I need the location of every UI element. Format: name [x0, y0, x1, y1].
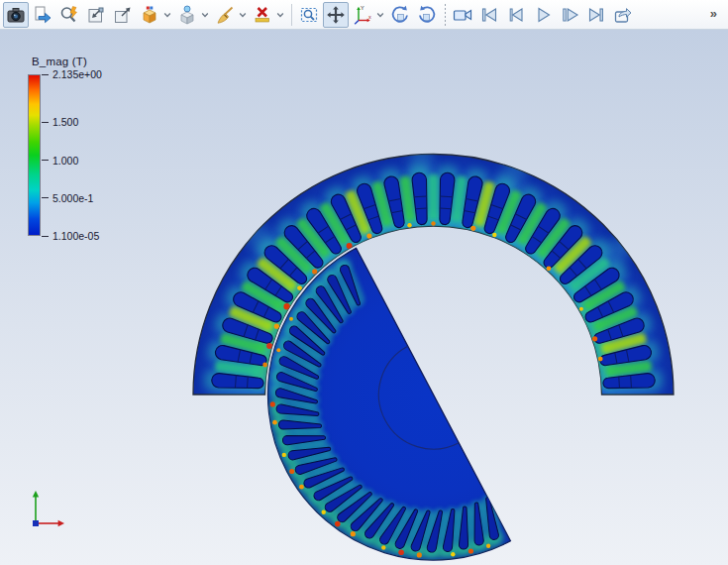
legend-tick: 1.500	[42, 116, 78, 128]
delete-result-button[interactable]	[250, 2, 275, 28]
graphics-viewport[interactable]: B_mag (T) 2.135e+001.5001.0005.000e-11.1…	[0, 30, 728, 565]
main-toolbar: Yx »	[0, 0, 728, 30]
section-view-button[interactable]	[137, 2, 162, 28]
magnifier-lightning-icon	[58, 4, 80, 26]
triad-x-arrowhead	[58, 520, 64, 526]
skip-end-icon	[585, 4, 607, 26]
colorbar	[28, 74, 41, 236]
legend-bar-wrap: 2.135e+001.5001.0005.000e-11.100e-05	[26, 74, 87, 236]
zoom-window-button[interactable]	[83, 2, 109, 28]
orientation-triad-icon: Yx	[352, 4, 373, 26]
step-forward-icon	[559, 4, 580, 26]
triad-y-arrowhead	[33, 491, 39, 497]
toolbar-separator	[291, 4, 292, 26]
chevron-down-icon	[163, 11, 171, 19]
screenshot-button[interactable]	[3, 2, 29, 28]
pan-button[interactable]	[323, 2, 349, 28]
legend-tick: 5.000e-1	[42, 192, 93, 204]
orientation-triad	[26, 484, 71, 533]
clear-plot-button[interactable]	[212, 2, 238, 28]
view-orientation-button[interactable]: Yx	[350, 2, 375, 28]
play-button[interactable]	[530, 2, 556, 28]
display-state-button[interactable]	[174, 2, 200, 28]
orange-cube-icon	[139, 4, 160, 26]
toolbar-items: Yx	[3, 2, 637, 28]
chevron-down-icon	[239, 11, 247, 19]
legend-tick: 2.135e+00	[42, 68, 102, 80]
step-back-icon	[505, 4, 527, 26]
save-animation-button[interactable]	[610, 2, 636, 28]
chevron-down-icon	[376, 11, 384, 19]
step-back-button[interactable]	[503, 2, 529, 28]
display-state-dropdown-caret[interactable]	[201, 2, 211, 28]
toolbar-separator	[445, 4, 446, 26]
toolbar-overflow-button[interactable]: »	[707, 4, 720, 24]
export-image-button[interactable]	[30, 2, 55, 28]
go-to-start-button[interactable]	[476, 2, 502, 28]
rotate-ccw-icon	[389, 4, 411, 26]
view-orientation-dropdown-caret[interactable]	[376, 2, 386, 28]
chevron-down-icon	[201, 11, 209, 19]
field-plot-canvas	[0, 30, 728, 565]
broom-icon	[214, 4, 236, 26]
video-camera-icon	[452, 4, 473, 26]
play-icon	[532, 4, 554, 26]
window-zoom-icon	[85, 4, 107, 26]
step-forward-button[interactable]	[557, 2, 582, 28]
go-to-end-button[interactable]	[583, 2, 609, 28]
legend-title: B_mag (T)	[26, 56, 87, 67]
camera-icon	[5, 4, 27, 26]
quick-zoom-button[interactable]	[56, 2, 82, 28]
svg-text:Y: Y	[361, 4, 364, 10]
chevron-down-icon	[276, 11, 284, 19]
svg-text:x: x	[368, 13, 371, 19]
clear-plot-dropdown-caret[interactable]	[239, 2, 249, 28]
skip-start-icon	[478, 4, 500, 26]
zoom-out-window-button[interactable]	[110, 2, 136, 28]
legend-tick: 1.100e-05	[42, 230, 99, 242]
save-animation-icon	[612, 4, 634, 26]
rotate-cw-icon	[416, 4, 438, 26]
color-legend: B_mag (T) 2.135e+001.5001.0005.000e-11.1…	[26, 56, 87, 236]
window-expand-icon	[112, 4, 134, 26]
zoom-area-button[interactable]	[296, 2, 322, 28]
bulb-cube-icon	[176, 4, 198, 26]
legend-tick: 1.000	[42, 155, 78, 167]
triad-z-axis	[33, 520, 39, 526]
rotate-cw-button[interactable]	[414, 2, 440, 28]
red-x-icon	[252, 4, 273, 26]
pan-arrows-icon	[325, 4, 347, 26]
zoom-area-icon	[298, 4, 320, 26]
animation-button[interactable]	[450, 2, 475, 28]
export-page-icon	[32, 4, 53, 26]
section-view-dropdown-caret[interactable]	[163, 2, 173, 28]
delete-result-dropdown-caret[interactable]	[276, 2, 286, 28]
rotate-ccw-button[interactable]	[387, 2, 413, 28]
